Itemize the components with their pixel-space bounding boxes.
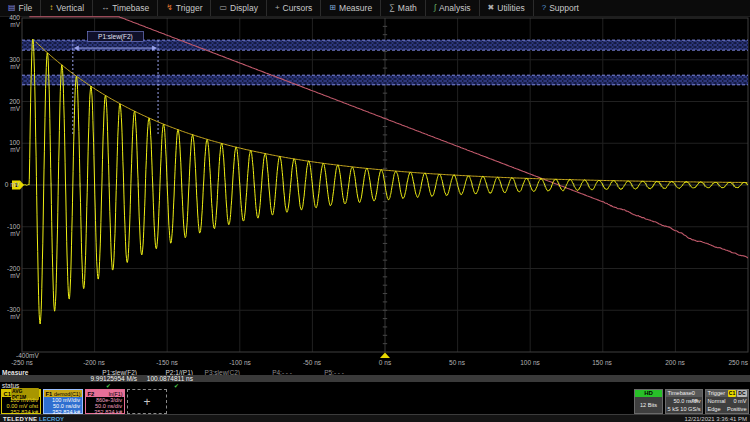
param-p1-status-icon: ✔ bbox=[106, 382, 111, 389]
f2-header: F2 ln(F1) bbox=[86, 390, 124, 397]
f2-settings: 860e-3/div 50.0 ns/div 352 834 k# bbox=[86, 397, 124, 415]
timebase-offset: 0 ns bbox=[692, 390, 701, 397]
trigger-type: Edge bbox=[708, 405, 721, 413]
timebase-scale: 50.0 ns/div bbox=[666, 397, 702, 405]
y-tick-300mv: 300 mV bbox=[0, 56, 20, 70]
y-tick-400mv: 400 mV bbox=[0, 14, 20, 28]
trigger-mode: Normal bbox=[708, 397, 726, 405]
hd-mode-box[interactable]: HD 12 Bits bbox=[634, 389, 663, 414]
oscilloscope-app: ▤File ↕Vertical ↔Timebase ↯Trigger ▭Disp… bbox=[0, 0, 750, 422]
add-trace-button[interactable]: + bbox=[127, 389, 167, 414]
f1-function: demod(C1) bbox=[54, 391, 81, 397]
trigger-title: Trigger bbox=[708, 390, 727, 397]
x-tick-100ns: 100 ns bbox=[510, 359, 550, 366]
trigger-level: 0 mV bbox=[733, 397, 746, 405]
c1-settings: 100 mV/div 0.00 mV ofst 352 834 k# bbox=[2, 397, 40, 415]
y-tick-n400mv: -400mV bbox=[16, 352, 42, 359]
f1-label: F1 bbox=[46, 391, 53, 397]
y-tick-n100mv: -100 mV bbox=[0, 223, 20, 237]
x-tick-n200ns: -200 ns bbox=[74, 359, 114, 366]
channel-c1-descriptor[interactable]: C1 AVG DC1M 100 mV/div 0.00 mV ofst 352 … bbox=[1, 389, 41, 414]
x-tick-n150ns: -150 ns bbox=[147, 359, 187, 366]
function-f1-descriptor[interactable]: F1 demod(C1) 100 mV/div 50.0 ns/div 352 … bbox=[43, 389, 83, 414]
datetime: 12/21/2021 3:36:41 PM bbox=[685, 416, 747, 422]
f1-header: F1 demod(C1) bbox=[44, 390, 82, 397]
c1-label: C1 bbox=[4, 391, 11, 397]
trigger-slope: Positive bbox=[727, 405, 747, 413]
param-p2-status-icon: ✔ bbox=[174, 382, 179, 389]
f1-settings: 100 mV/div 50.0 ns/div 352 834 k# bbox=[44, 397, 82, 413]
x-tick-n100ns: -100 ns bbox=[220, 359, 260, 366]
trigger-time-marker bbox=[380, 353, 390, 359]
c1-header: C1 AVG DC1M bbox=[2, 390, 40, 397]
timebase-header: Timebase 0 ns bbox=[666, 390, 702, 397]
timebase-samples: 5 kS bbox=[668, 405, 679, 413]
y-tick-100mv: 100 mV bbox=[0, 139, 20, 153]
status-bar: TELEDYNE LECROY 12/21/2021 3:36:41 PM bbox=[0, 414, 750, 422]
teledyne-lecroy-logo: TELEDYNE LECROY bbox=[3, 416, 64, 422]
f2-function: ln(F1) bbox=[109, 391, 123, 397]
function-f2-descriptor[interactable]: F2 ln(F1) 860e-3/div 50.0 ns/div 352 834… bbox=[85, 389, 125, 414]
hd-bits: 12 Bits bbox=[635, 397, 662, 413]
plus-icon: + bbox=[143, 395, 150, 409]
brand-lecroy: LECROY bbox=[39, 416, 64, 422]
y-tick-200mv: 200 mV bbox=[0, 98, 20, 112]
x-tick-250ns: 250 ns bbox=[715, 359, 748, 366]
x-tick-0ns: 0 ns bbox=[365, 359, 405, 366]
trigger-coupling-badge: DC bbox=[737, 390, 746, 397]
trigger-box[interactable]: Trigger C1 DC Normal 0 mV Edge Positive bbox=[705, 389, 749, 414]
timebase-box[interactable]: Timebase 0 ns 50.0 ns/div 5 kS 10 GS/s bbox=[665, 389, 703, 414]
y-tick-n200mv: -200 mV bbox=[0, 265, 20, 279]
hd-title: HD bbox=[635, 390, 662, 397]
param-p2-value: 100.0874811 ns bbox=[123, 375, 193, 382]
x-tick-150ns: 150 ns bbox=[582, 359, 622, 366]
f2-label: F2 bbox=[88, 391, 95, 397]
trigger-source-badge: C1 bbox=[728, 390, 736, 397]
y-tick-n300mv: -300 mV bbox=[0, 306, 20, 320]
x-tick-n250ns: -250 ns bbox=[2, 359, 42, 366]
x-tick-200ns: 200 ns bbox=[655, 359, 695, 366]
y-tick-0mv: 0 mV bbox=[0, 181, 20, 188]
trigger-header: Trigger C1 DC bbox=[706, 390, 748, 397]
timebase-rate: 10 GS/s bbox=[680, 405, 700, 413]
svg-text:P1:slew(F2): P1:slew(F2) bbox=[98, 33, 133, 41]
x-tick-n50ns: -50 ns bbox=[292, 359, 332, 366]
brand-teledyne: TELEDYNE bbox=[3, 416, 37, 422]
x-tick-50ns: 50 ns bbox=[437, 359, 477, 366]
waveform-display[interactable]: P1:slew(F2)1 400 mV 300 mV 200 mV 100 mV… bbox=[0, 0, 750, 422]
timebase-title: Timebase bbox=[668, 390, 692, 397]
